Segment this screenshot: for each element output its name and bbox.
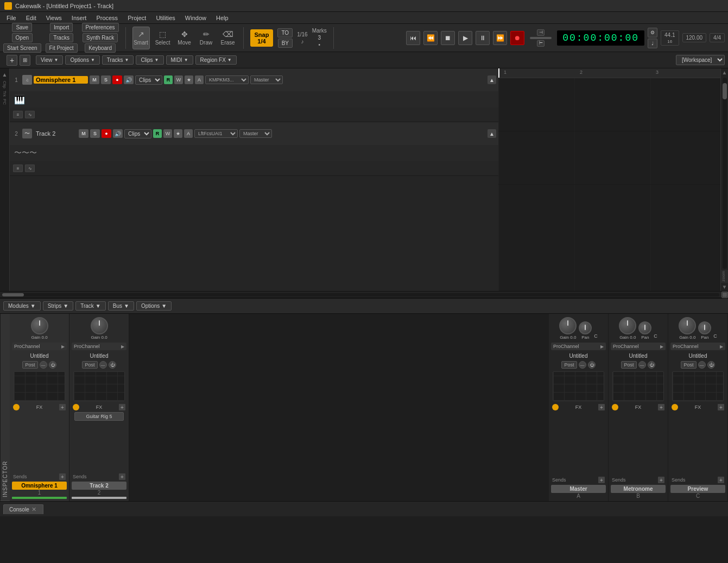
menu-help[interactable]: Help [212, 14, 233, 22]
track-w-1[interactable]: W [174, 75, 183, 84]
sends-add-2[interactable]: + [119, 473, 125, 480]
console-tab[interactable]: Console ✕ [3, 504, 43, 514]
track-env-btn-2[interactable]: ∿ [25, 165, 35, 172]
workspace-select[interactable]: [Workspace] [676, 55, 725, 65]
move-tool[interactable]: ✥ Move [176, 27, 193, 49]
stop-button[interactable]: ⏹ [441, 31, 455, 45]
track-output-2[interactable]: Master [239, 129, 272, 138]
post-icon-2[interactable]: — [99, 361, 107, 369]
fx-power-master[interactable] [552, 404, 559, 410]
start-screen-button[interactable]: Start Screen [3, 43, 41, 53]
view-dropdown[interactable]: View [36, 55, 63, 65]
menu-window[interactable]: Window [181, 14, 211, 22]
guitar-rig-plugin[interactable]: Guitar Rig 5 [74, 412, 124, 421]
pan-knob-master[interactable] [579, 321, 592, 334]
strip-footer-preview[interactable]: Preview [670, 485, 725, 493]
rewind-button[interactable]: ⏪ [423, 31, 438, 45]
track-star-1[interactable]: ★ [185, 75, 193, 84]
scroll-thumb[interactable] [723, 83, 727, 99]
fx-add-2[interactable]: + [119, 404, 125, 410]
sends-add-1[interactable]: + [59, 473, 66, 480]
erase-tool[interactable]: ⌫ Erase [219, 27, 237, 49]
clip-timeline[interactable]: 1 2 3 [498, 68, 720, 291]
post-power-master[interactable]: ⏻ [588, 361, 596, 369]
select-tool[interactable]: ⬚ Select [154, 27, 172, 49]
post-btn-2[interactable]: Post [82, 361, 97, 369]
fader-area-metronome[interactable] [612, 371, 664, 401]
fast-forward-button[interactable]: ⏩ [493, 31, 507, 45]
pan-knob-metronome[interactable] [638, 321, 651, 334]
gain-knob-preview[interactable] [679, 317, 696, 334]
sends-add-metronome[interactable]: + [658, 477, 664, 483]
gain-knob-master[interactable] [559, 317, 577, 334]
track-input-1[interactable]: KMPKM3... [205, 75, 249, 84]
region-fx-dropdown[interactable]: Region FX [195, 55, 237, 65]
track-w-2[interactable]: W [163, 129, 172, 138]
track-expand-1[interactable]: ▲ [488, 75, 496, 84]
add-clip-button[interactable]: ⊞ [20, 55, 30, 66]
snap-to-btn[interactable]: TO [277, 28, 293, 37]
strip-footer-2[interactable]: Track 2 [72, 482, 126, 490]
track-record-1[interactable]: ● [112, 75, 122, 84]
track-name-1[interactable] [34, 76, 88, 84]
metronome-icon[interactable]: ♩ [648, 39, 657, 48]
gain-knob-2[interactable] [91, 317, 108, 334]
gain-knob-1[interactable] [31, 317, 48, 334]
post-btn-1[interactable]: Post [22, 361, 37, 369]
tempo-display[interactable]: 120.00 [682, 33, 707, 42]
smart-tool[interactable]: ↗ Smart [132, 27, 150, 49]
play-button[interactable]: ▶ [458, 31, 472, 45]
track-solo-2[interactable]: S [90, 129, 100, 138]
track-name-2[interactable] [34, 130, 77, 137]
save-button[interactable]: Save [12, 23, 32, 32]
sidebar-up-arrow[interactable]: ▲ [1, 71, 9, 79]
preferences-button[interactable]: Preferences [82, 23, 119, 32]
menu-utilities[interactable]: Utilities [151, 14, 179, 22]
keyboard-button[interactable]: Keyboard [85, 43, 116, 53]
pause-button[interactable]: ⏸ [476, 31, 490, 45]
track-type-1[interactable]: Clips [135, 75, 162, 85]
close-console-tab[interactable]: ✕ [30, 506, 37, 513]
fx-add-preview[interactable]: + [718, 404, 724, 410]
track-input-2[interactable]: LftFcsUAI1 [194, 129, 238, 138]
fader-area-master[interactable] [553, 371, 605, 401]
clips-dropdown[interactable]: Clips [136, 55, 163, 65]
snap-by-btn[interactable]: BY [278, 39, 293, 48]
h-scroll-track[interactable] [2, 293, 719, 296]
sends-add-preview[interactable]: + [718, 477, 724, 483]
prochannel-preview[interactable]: ProChannel ▶ [670, 343, 725, 350]
pan-knob-preview[interactable] [698, 321, 711, 334]
options-dropdown[interactable]: Options [65, 55, 99, 65]
zoom-label[interactable]: zoom [721, 271, 726, 282]
bus-btn[interactable]: Bus ▼ [108, 301, 134, 311]
menu-file[interactable]: File [2, 14, 21, 22]
settings-icon[interactable]: ⚙ [648, 28, 657, 37]
post-btn-metronome[interactable]: Post [621, 361, 636, 369]
rewind-start-button[interactable]: ⏮ [406, 31, 420, 45]
menu-project[interactable]: Project [123, 14, 150, 22]
post-btn-preview[interactable]: Post [681, 361, 696, 369]
strip-footer-1[interactable]: Omnisphere 1 [12, 482, 67, 490]
options-btn[interactable]: Options ▼ [136, 301, 172, 311]
scroll-up-arrow[interactable]: ▲ [721, 68, 728, 77]
gain-knob-metronome[interactable] [619, 317, 636, 334]
fader-area-1[interactable] [14, 371, 66, 401]
draw-tool[interactable]: ✏ Draw [198, 27, 215, 49]
midi-dropdown[interactable]: MIDI [166, 55, 193, 65]
fx-power-1[interactable] [13, 404, 20, 410]
loop-end-btn[interactable]: ⊢ [537, 40, 545, 47]
track-mute-1[interactable]: M [90, 75, 99, 84]
fit-project-button[interactable]: Fit Project [46, 43, 78, 53]
vertical-scrollbar[interactable]: ▲ zoom ▼ [720, 68, 728, 291]
prochannel-master[interactable]: ProChannel ▶ [551, 343, 606, 350]
synth-rack-button[interactable]: Synth Rack [83, 33, 118, 42]
horizontal-scroll-bar[interactable] [0, 291, 728, 298]
fx-power-preview[interactable] [672, 404, 678, 410]
track-r-2[interactable]: R [153, 129, 162, 138]
track-output-1[interactable]: Master [250, 75, 283, 84]
snap-box[interactable]: Snap 1/4 [250, 29, 274, 47]
inspector-tab[interactable]: INSPECTOR [0, 314, 10, 501]
post-power-preview[interactable]: ⏻ [707, 361, 715, 369]
modules-btn[interactable]: Modules ▼ [3, 301, 41, 311]
post-icon-metronome[interactable]: — [638, 361, 646, 369]
